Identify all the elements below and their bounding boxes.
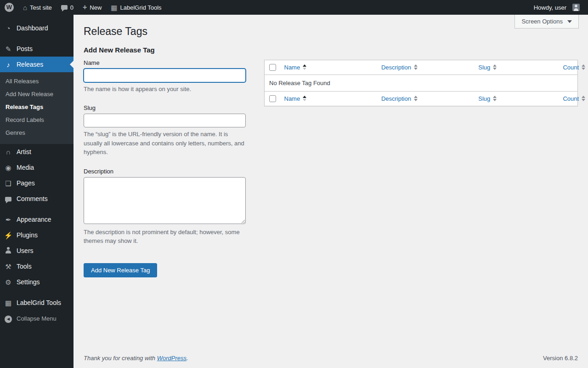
sidebar-item-tools[interactable]: ⚒ Tools [0, 259, 74, 274]
dashboard-icon: ◔ [4, 25, 13, 32]
sort-by-count-header[interactable]: Count [563, 95, 585, 102]
sidebar-item-label: Posts [17, 45, 33, 52]
sidebar-item-users[interactable]: Users [0, 243, 74, 259]
new-label: New [90, 4, 102, 11]
sort-by-slug-header[interactable]: Slug [478, 95, 497, 102]
menu-separator [0, 36, 74, 41]
pushpin-icon: ✎ [4, 46, 13, 52]
menu-separator [0, 290, 74, 295]
name-help-text: The name is how it appears on your site. [84, 85, 246, 94]
wordpress-logo-menu[interactable]: W [0, 0, 18, 15]
headphones-icon: ∩ [4, 149, 13, 155]
sort-indicator [303, 64, 306, 70]
admin-footer: Thank you for creating with WordPress. V… [74, 348, 588, 368]
tags-table-container: Name Description Slug [264, 60, 578, 106]
sort-by-name-header[interactable]: Name [284, 64, 307, 71]
collapse-arrow-icon: ◀ [4, 314, 13, 323]
empty-message: No Release Tag Found [265, 75, 578, 91]
name-label: Name [84, 59, 246, 66]
person-icon [4, 247, 13, 255]
sidebar-item-artist[interactable]: ∩ Artist [0, 144, 74, 160]
sidebar-item-comments[interactable]: Comments [0, 191, 74, 207]
description-textarea[interactable] [84, 177, 246, 224]
sort-by-count-header[interactable]: Count [563, 64, 585, 71]
settings-icon: ⚙ [4, 279, 13, 286]
submenu-item-genres[interactable]: Genres [0, 126, 74, 139]
form-heading: Add New Release Tag [84, 46, 246, 54]
submenu-item-release-tags[interactable]: Release Tags [0, 101, 74, 114]
sidebar-item-releases[interactable]: ♪ Releases [0, 57, 74, 72]
empty-table-row: No Release Tag Found [265, 75, 578, 91]
wordpress-link[interactable]: WordPress [157, 355, 187, 362]
submenu-item-add-new-release[interactable]: Add New Release [0, 88, 74, 101]
sidebar-item-label: Dashboard [17, 24, 48, 32]
home-icon: ⌂ [23, 4, 27, 11]
comment-bubble-icon [4, 196, 13, 202]
labelgrid-tools-menu[interactable]: ▦ LabelGrid Tools [106, 0, 166, 15]
sidebar-item-posts[interactable]: ✎ Posts [0, 41, 74, 57]
sidebar-item-collapse-menu[interactable]: ◀ Collapse Menu [0, 310, 74, 326]
sidebar-item-label: Pages [17, 179, 35, 187]
table-header-row: Name Description Slug [265, 60, 578, 75]
sidebar-item-labelgrid-tools[interactable]: ▦ LabelGrid Tools [0, 295, 74, 310]
my-account-menu[interactable]: Howdy, user [529, 0, 584, 15]
music-note-icon: ♪ [4, 61, 13, 68]
slug-input[interactable] [84, 114, 246, 127]
description-label: Description [84, 168, 246, 175]
brush-icon: ✒ [4, 216, 13, 223]
site-name-menu[interactable]: ⌂ Test site [18, 0, 57, 15]
sidebar-item-pages[interactable]: ❑ Pages [0, 175, 74, 191]
submenu-item-all-releases[interactable]: All Releases [0, 75, 74, 88]
sort-indicator [493, 96, 497, 101]
sidebar-item-label: Media [17, 164, 34, 171]
plus-icon: + [83, 3, 87, 12]
new-content-menu[interactable]: + New [78, 0, 106, 15]
sort-indicator [582, 96, 585, 101]
comment-bubble-icon [61, 5, 68, 10]
add-tag-form: Add New Release Tag Name The name is how… [84, 39, 246, 277]
slug-label: Slug [84, 104, 246, 111]
main-content: Screen Options Release Tags Add New Rele… [74, 0, 588, 368]
sort-by-slug-header[interactable]: Slug [478, 64, 497, 71]
footer-thanks: Thank you for creating with WordPress. [84, 355, 188, 362]
sidebar-item-label: Releases [17, 61, 43, 68]
sort-indicator [414, 96, 418, 101]
pages-icon: ❑ [4, 180, 13, 187]
table-footer-row: Name Description Slug [265, 91, 578, 106]
labelgrid-label: LabelGrid Tools [120, 4, 162, 11]
wrench-icon: ⚒ [4, 263, 13, 270]
sidebar-item-label: LabelGrid Tools [17, 299, 61, 306]
sidebar-item-label: Appearance [17, 216, 51, 223]
sidebar-item-appearance[interactable]: ✒ Appearance [0, 212, 74, 227]
name-input[interactable] [84, 69, 246, 82]
select-all-checkbox[interactable] [269, 64, 276, 71]
screen-options-label: Screen Options [521, 18, 563, 25]
sidebar-item-plugins[interactable]: ⚡ Plugins [0, 227, 74, 243]
sidebar-item-label: Tools [17, 263, 32, 270]
sidebar-item-dashboard[interactable]: ◔ Dashboard [0, 20, 74, 36]
sort-by-description-header[interactable]: Description [381, 95, 418, 102]
user-avatar [572, 4, 580, 11]
sidebar-item-label: Artist [17, 148, 31, 155]
sort-by-name-header[interactable]: Name [284, 95, 307, 102]
sort-indicator [493, 64, 497, 70]
camera-icon: ◉ [4, 164, 13, 171]
select-all-checkbox[interactable] [269, 95, 276, 102]
comments-menu[interactable]: 0 [57, 0, 78, 15]
screen-options-button[interactable]: Screen Options [514, 15, 579, 29]
menu-separator [0, 207, 74, 212]
add-new-release-tag-button[interactable]: Add New Release Tag [84, 263, 157, 277]
sort-by-description-header[interactable]: Description [381, 64, 418, 71]
slug-help-text: The “slug” is the URL-friendly version o… [84, 130, 246, 157]
sidebar-item-media[interactable]: ◉ Media [0, 160, 74, 175]
sidebar-item-settings[interactable]: ⚙ Settings [0, 274, 74, 290]
site-name-label: Test site [30, 4, 52, 11]
submenu-item-record-labels[interactable]: Record Labels [0, 114, 74, 126]
comments-count: 0 [70, 4, 74, 11]
description-help-text: The description is not prominent by defa… [84, 228, 246, 246]
chevron-down-icon [567, 20, 572, 23]
admin-sidebar: ◔ Dashboard ✎ Posts ♪ Releases All Relea… [0, 15, 74, 368]
grid-icon: ▦ [4, 299, 13, 306]
sort-indicator [582, 64, 585, 70]
wordpress-logo-icon: W [5, 3, 14, 12]
